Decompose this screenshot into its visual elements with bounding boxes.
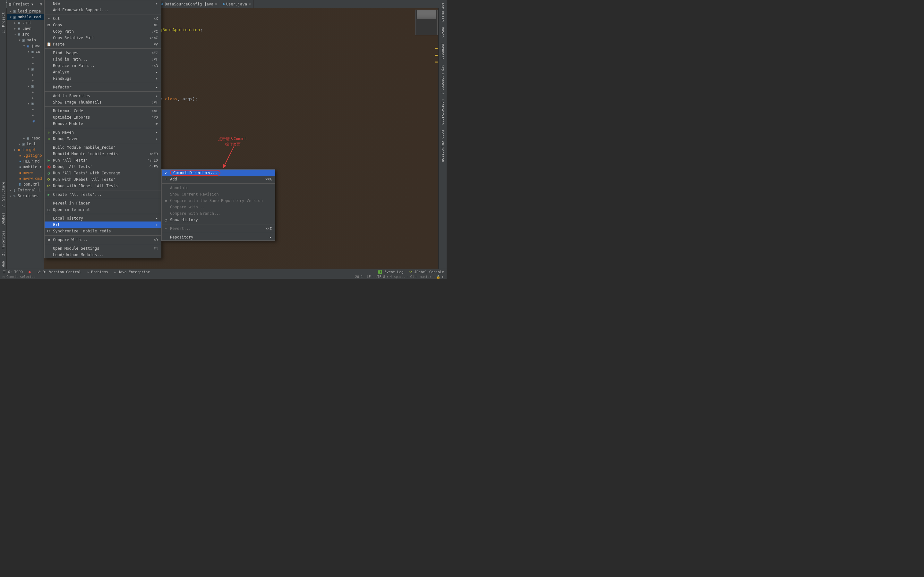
tree-label[interactable]: mvnw [23,171,33,175]
tree-label[interactable]: target [22,147,36,152]
tree-label[interactable]: mobile_r [23,165,42,169]
menu-synchronize[interactable]: ⟳Synchronize 'mobile_redis' [45,228,161,234]
menu-reveal-finder[interactable]: Reveal in Finder [45,200,161,206]
menu-open-terminal[interactable]: ▢Open in Terminal [45,206,161,213]
menu-load-unload[interactable]: Load/Unload Modules... [45,251,161,258]
menu-git[interactable]: Git▸ [45,221,161,228]
tool-project[interactable]: 1: Project [1,10,6,36]
tree-label[interactable]: External L [18,188,41,192]
tool-web[interactable]: Web [1,258,6,270]
submenu-commit-directory[interactable]: ✓ Commit Directory... [162,169,275,176]
tree-label[interactable]: reso [31,136,40,140]
tool-maven[interactable]: Maven [440,24,446,40]
submenu-repository[interactable]: Repository▸ [162,234,275,240]
menu-copy-path[interactable]: Copy Path⇧⌘C [45,28,161,35]
tool-favorites[interactable]: 2: Favorites [1,228,6,258]
menu-local-history[interactable]: Local History▸ [45,215,161,221]
menu-replace-in-path[interactable]: Replace in Path...⇧⌘R [45,63,161,69]
menu-debug-all-tests[interactable]: 🐞Debug 'All Tests'⌃⇧F9 [45,163,161,170]
menu-run-maven[interactable]: ✲Run Maven▸ [45,129,161,135]
submenu-show-history[interactable]: ◷Show History [162,217,275,223]
menu-debug-maven[interactable]: ✲Debug Maven▸ [45,135,161,142]
tool-database[interactable]: Database [440,40,446,62]
menu-copy[interactable]: ⧉Copy⌘C [45,22,161,28]
menu-run-all-tests[interactable]: ▶Run 'All Tests'⌃⇧F10 [45,157,161,163]
tree-label[interactable]: load_prope [18,9,41,13]
menu-rebuild-module[interactable]: Rebuild Module 'mobile_redis'⇧⌘F9 [45,151,161,157]
project-tree[interactable]: ▸▣load_prope ▾▣mobile_red ▸▣.git ▸▣.mvn … [7,8,44,270]
chevron-right-icon: ▸ [156,137,158,141]
menu-show-thumbnails[interactable]: Show Image Thumbnails⇧⌘T [45,99,161,105]
menu-build-module[interactable]: Build Module 'mobile_redis' [45,144,161,151]
tree-label[interactable]: mvnw.cmd [23,176,42,181]
shortcut: ⌥⇧⌘C [150,36,158,40]
menu-create-tests[interactable]: ▶Create 'All Tests'... [45,191,161,198]
tool-java-enterprise[interactable]: ☕ Java Enterprise [114,270,150,274]
tree-label[interactable]: src [22,32,29,37]
menu-compare-with[interactable]: ⇄Compare With...⌘D [45,237,161,243]
menu-run-jrebel[interactable]: ⟳Run with JRebel 'All Tests' [45,176,161,183]
tool-rest[interactable]: RestServices [440,97,446,127]
project-select-icon: ▤ [9,2,11,6]
menu-debug-jrebel[interactable]: ⟳Debug with JRebel 'All Tests' [45,183,161,189]
tool-keypromoter[interactable]: Key Promoter X [440,62,446,97]
menu-label: Create 'All Tests'... [53,192,102,197]
tree-label[interactable]: HELP.md [23,159,40,163]
tree-label[interactable]: test [27,142,36,146]
menu-open-module-settings[interactable]: Open Module SettingsF4 [45,245,161,251]
tree-label[interactable]: main [27,38,36,42]
menu-add-favorites[interactable]: Add to Favorites▸ [45,93,161,99]
menu-find-in-path[interactable]: Find in Path...⇧⌘F [45,56,161,63]
close-icon[interactable]: × [249,2,251,6]
meter-icon[interactable]: ◧ [442,275,444,279]
tree-label[interactable]: Scratches [18,193,39,198]
menu-add-framework[interactable]: Add Framework Support... [45,7,161,13]
menu-run-coverage[interactable]: ◑Run 'All Tests' with Coverage [45,170,161,176]
tab-usermodel[interactable]: User.java× [220,0,254,8]
menu-copy-rel-path[interactable]: Copy Relative Path⌥⇧⌘C [45,35,161,41]
tree-label[interactable]: mobile_red [18,15,41,19]
menu-paste[interactable]: 📋Paste⌘V [45,41,161,47]
menu-new[interactable]: New▸ [45,0,161,7]
tool-todo[interactable]: ☰ 6: TODO [3,270,23,274]
tool-version-control[interactable]: ⎇ 9: Version Control [37,270,81,274]
tree-label[interactable]: .git [22,21,31,25]
shortcut: ⌘X [153,17,158,21]
encoding[interactable]: UTF-8 [375,275,385,279]
line-sep[interactable]: LF [367,275,371,279]
jrebel-console[interactable]: ⟳ JRebel Console [409,270,444,274]
tool-bean[interactable]: Bean Validation [440,127,446,164]
tool-jrebel[interactable]: JRebel [1,210,6,228]
menu-findbugs[interactable]: FindBugs▸ [45,75,161,82]
tool-structure[interactable]: 7: Structure [1,179,6,210]
tree-label[interactable]: co [36,49,40,54]
event-log[interactable]: 1 Event Log [378,270,404,274]
chevron-down-icon[interactable]: ▼ [31,3,33,6]
tree-label[interactable]: .mvn [22,26,31,31]
indent[interactable]: 4 spaces [390,275,405,279]
tool-indicator[interactable]: ● [29,270,31,274]
status-hint: ☐ Commit selected [3,275,35,279]
caret-position[interactable]: 20:1 [355,275,363,279]
menu-analyze[interactable]: Analyze▸ [45,69,161,75]
submenu-add[interactable]: +Add⌥⌘A [162,176,275,182]
tree-label[interactable]: java [31,44,40,48]
close-icon[interactable]: × [215,2,217,6]
git-branch[interactable]: Git: master [410,275,431,279]
menu-refactor[interactable]: Refactor▸ [45,84,161,90]
menu-find-usages[interactable]: Find Usages⌥F7 [45,50,161,56]
menu-optimize-imports[interactable]: Optimize Imports⌃⌥O [45,114,161,121]
code-minimap[interactable] [415,10,438,35]
gear-icon[interactable]: ⚙ [40,2,42,6]
tool-problems[interactable]: ⚠ Problems [87,270,108,274]
menu-cut[interactable]: ✂Cut⌘X [45,15,161,22]
lock-icon[interactable]: 🔒 [436,275,440,279]
menu-reformat[interactable]: Reformat Code⌥⌘L [45,108,161,114]
tab-datasource[interactable]: DataSourceConfig.java× [159,0,220,8]
tree-label[interactable]: .gitigno [23,153,42,158]
project-tool-header[interactable]: ▤ Project ▼ ⚙ [7,0,44,8]
tree-label[interactable]: pom.xml [23,182,40,187]
tool-ant[interactable]: Ant Build [440,0,446,24]
menu-sep [162,224,275,224]
menu-remove-module[interactable]: Remove Module⌦ [45,121,161,127]
